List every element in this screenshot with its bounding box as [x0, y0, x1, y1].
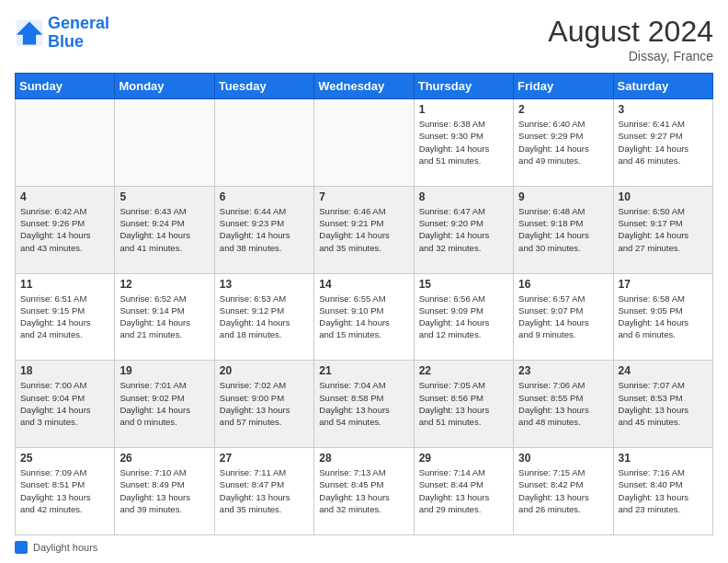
page: General Blue August 2024 Dissay, France …: [0, 0, 728, 563]
calendar-day-cell: 26Sunrise: 7:10 AMSunset: 8:49 PMDayligh…: [115, 448, 214, 535]
calendar-header-cell: Monday: [115, 74, 214, 99]
calendar-day-cell: 23Sunrise: 7:06 AMSunset: 8:55 PMDayligh…: [514, 361, 613, 448]
calendar-day-cell: 14Sunrise: 6:55 AMSunset: 9:10 PMDayligh…: [314, 273, 414, 361]
calendar-header-cell: Tuesday: [214, 74, 313, 99]
day-number: 2: [518, 103, 608, 116]
day-number: 6: [220, 190, 309, 203]
day-info: Sunrise: 7:00 AMSunset: 9:04 PMDaylight:…: [20, 379, 109, 428]
logo-text: General Blue: [48, 15, 109, 52]
calendar-day-cell: 31Sunrise: 7:16 AMSunset: 8:40 PMDayligh…: [613, 448, 712, 535]
day-info: Sunrise: 7:07 AMSunset: 8:53 PMDaylight:…: [619, 379, 708, 428]
logo-line1: General: [48, 14, 109, 32]
calendar-day-cell: 9Sunrise: 6:48 AMSunset: 9:18 PMDaylight…: [514, 186, 613, 273]
day-info: Sunrise: 7:16 AMSunset: 8:40 PMDaylight:…: [619, 466, 708, 515]
day-number: 7: [319, 190, 408, 203]
day-number: 25: [20, 452, 109, 465]
calendar-week-row: 18Sunrise: 7:00 AMSunset: 9:04 PMDayligh…: [16, 361, 713, 448]
calendar-header-cell: Friday: [514, 74, 613, 99]
calendar-day-cell: 3Sunrise: 6:41 AMSunset: 9:27 PMDaylight…: [613, 99, 712, 187]
day-info: Sunrise: 7:15 AMSunset: 8:42 PMDaylight:…: [518, 466, 608, 515]
month-title: August 2024: [548, 15, 713, 49]
day-info: Sunrise: 6:47 AMSunset: 9:20 PMDaylight:…: [419, 205, 508, 254]
logo: General Blue: [15, 15, 109, 52]
day-number: 26: [119, 452, 209, 465]
day-info: Sunrise: 6:53 AMSunset: 9:12 PMDaylight:…: [220, 293, 309, 341]
calendar-day-cell: 29Sunrise: 7:14 AMSunset: 8:44 PMDayligh…: [414, 448, 513, 535]
day-info: Sunrise: 6:48 AMSunset: 9:18 PMDaylight:…: [518, 205, 608, 254]
calendar-day-cell: 28Sunrise: 7:13 AMSunset: 8:45 PMDayligh…: [314, 448, 414, 535]
day-number: 31: [619, 452, 708, 465]
header: General Blue August 2024 Dissay, France: [15, 15, 713, 63]
calendar-day-cell: 21Sunrise: 7:04 AMSunset: 8:58 PMDayligh…: [314, 361, 414, 448]
logo-icon: [15, 18, 44, 48]
day-number: 10: [619, 190, 708, 203]
day-number: 13: [220, 278, 309, 291]
calendar-day-cell: 11Sunrise: 6:51 AMSunset: 9:15 PMDayligh…: [16, 273, 115, 361]
day-info: Sunrise: 6:52 AMSunset: 9:14 PMDaylight:…: [119, 293, 209, 341]
location: Dissay, France: [548, 49, 713, 63]
day-info: Sunrise: 6:43 AMSunset: 9:24 PMDaylight:…: [119, 205, 209, 254]
logo-line2: Blue: [48, 32, 84, 51]
day-info: Sunrise: 6:38 AMSunset: 9:30 PMDaylight:…: [419, 118, 508, 167]
calendar-day-cell: [214, 99, 313, 187]
calendar-day-cell: [314, 99, 414, 187]
day-number: 14: [319, 278, 408, 291]
day-info: Sunrise: 7:11 AMSunset: 8:47 PMDaylight:…: [220, 466, 309, 515]
calendar-day-cell: 4Sunrise: 6:42 AMSunset: 9:26 PMDaylight…: [16, 186, 115, 273]
calendar-body: 1Sunrise: 6:38 AMSunset: 9:30 PMDaylight…: [16, 99, 713, 535]
day-number: 30: [518, 452, 608, 465]
calendar-day-cell: [115, 99, 214, 187]
calendar-week-row: 11Sunrise: 6:51 AMSunset: 9:15 PMDayligh…: [16, 273, 713, 361]
day-info: Sunrise: 6:41 AMSunset: 9:27 PMDaylight:…: [619, 118, 708, 167]
day-number: 27: [220, 452, 309, 465]
calendar-day-cell: 15Sunrise: 6:56 AMSunset: 9:09 PMDayligh…: [414, 273, 513, 361]
day-number: 20: [220, 364, 309, 377]
day-info: Sunrise: 7:14 AMSunset: 8:44 PMDaylight:…: [419, 466, 508, 515]
calendar-day-cell: 19Sunrise: 7:01 AMSunset: 9:02 PMDayligh…: [115, 361, 214, 448]
day-info: Sunrise: 6:40 AMSunset: 9:29 PMDaylight:…: [518, 118, 608, 167]
calendar-day-cell: 20Sunrise: 7:02 AMSunset: 9:00 PMDayligh…: [214, 361, 313, 448]
day-info: Sunrise: 7:04 AMSunset: 8:58 PMDaylight:…: [319, 379, 408, 428]
day-info: Sunrise: 7:10 AMSunset: 8:49 PMDaylight:…: [119, 466, 209, 515]
legend-label: Daylight hours: [33, 542, 97, 553]
calendar-day-cell: 30Sunrise: 7:15 AMSunset: 8:42 PMDayligh…: [514, 448, 613, 535]
day-info: Sunrise: 7:02 AMSunset: 9:00 PMDaylight:…: [220, 379, 309, 428]
calendar-day-cell: 13Sunrise: 6:53 AMSunset: 9:12 PMDayligh…: [214, 273, 313, 361]
day-number: 1: [419, 103, 508, 116]
day-number: 18: [20, 364, 109, 377]
calendar-week-row: 1Sunrise: 6:38 AMSunset: 9:30 PMDaylight…: [16, 99, 713, 187]
day-number: 28: [319, 452, 408, 465]
footer: Daylight hours: [15, 541, 713, 554]
day-number: 9: [518, 190, 608, 203]
calendar-day-cell: 17Sunrise: 6:58 AMSunset: 9:05 PMDayligh…: [613, 273, 712, 361]
calendar-day-cell: 18Sunrise: 7:00 AMSunset: 9:04 PMDayligh…: [16, 361, 115, 448]
day-info: Sunrise: 6:55 AMSunset: 9:10 PMDaylight:…: [319, 293, 408, 341]
day-number: 11: [20, 278, 109, 291]
day-info: Sunrise: 7:06 AMSunset: 8:55 PMDaylight:…: [518, 379, 608, 428]
day-info: Sunrise: 6:56 AMSunset: 9:09 PMDaylight:…: [419, 293, 508, 341]
calendar-day-cell: 12Sunrise: 6:52 AMSunset: 9:14 PMDayligh…: [115, 273, 214, 361]
calendar-table: SundayMondayTuesdayWednesdayThursdayFrid…: [15, 73, 713, 535]
day-number: 12: [119, 278, 209, 291]
calendar-header-cell: Thursday: [414, 74, 513, 99]
calendar-header-cell: Sunday: [16, 74, 115, 99]
calendar-day-cell: 7Sunrise: 6:46 AMSunset: 9:21 PMDaylight…: [314, 186, 414, 273]
day-number: 23: [518, 364, 608, 377]
day-number: 5: [119, 190, 209, 203]
calendar-day-cell: 25Sunrise: 7:09 AMSunset: 8:51 PMDayligh…: [16, 448, 115, 535]
calendar-header-row: SundayMondayTuesdayWednesdayThursdayFrid…: [16, 74, 713, 99]
calendar-day-cell: 8Sunrise: 6:47 AMSunset: 9:20 PMDaylight…: [414, 186, 513, 273]
calendar-day-cell: 1Sunrise: 6:38 AMSunset: 9:30 PMDaylight…: [414, 99, 513, 187]
day-number: 15: [419, 278, 508, 291]
title-block: August 2024 Dissay, France: [548, 15, 713, 63]
calendar-day-cell: 10Sunrise: 6:50 AMSunset: 9:17 PMDayligh…: [613, 186, 712, 273]
day-number: 4: [20, 190, 109, 203]
day-number: 17: [619, 278, 708, 291]
day-info: Sunrise: 7:09 AMSunset: 8:51 PMDaylight:…: [20, 466, 109, 515]
calendar-day-cell: 27Sunrise: 7:11 AMSunset: 8:47 PMDayligh…: [214, 448, 313, 535]
day-info: Sunrise: 6:58 AMSunset: 9:05 PMDaylight:…: [619, 293, 708, 341]
day-info: Sunrise: 6:50 AMSunset: 9:17 PMDaylight:…: [619, 205, 708, 254]
calendar-day-cell: 6Sunrise: 6:44 AMSunset: 9:23 PMDaylight…: [214, 186, 313, 273]
calendar-day-cell: [16, 99, 115, 187]
calendar-header-cell: Wednesday: [314, 74, 414, 99]
